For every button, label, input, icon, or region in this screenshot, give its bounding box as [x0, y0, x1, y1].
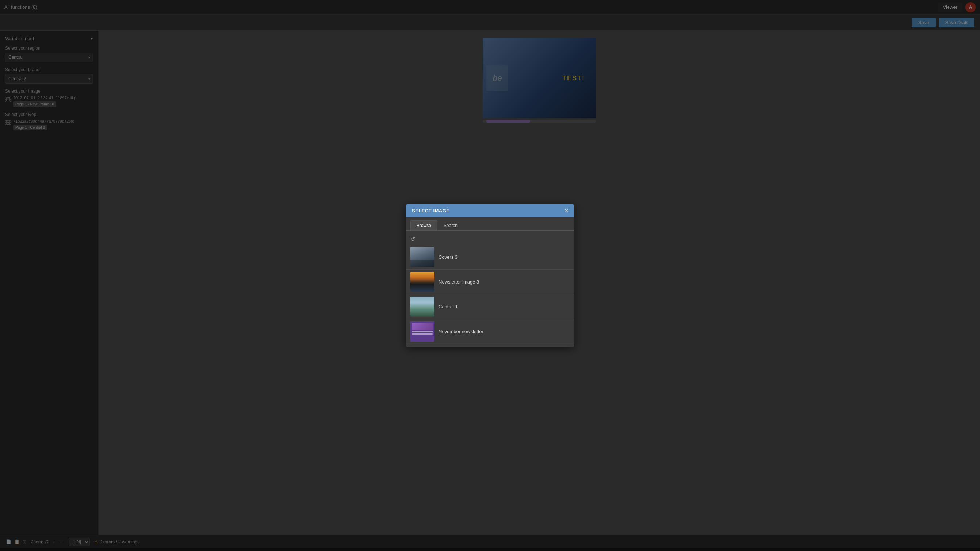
list-item[interactable]: Central 1	[406, 294, 574, 319]
list-item[interactable]: November newsletter	[406, 319, 574, 344]
thumb-november-line-2	[412, 333, 433, 335]
image-thumb-central1	[410, 297, 434, 317]
list-item[interactable]: Covers 3	[406, 245, 574, 270]
image-label-november: November newsletter	[439, 329, 484, 334]
select-image-modal: SELECT IMAGE × Browse Search ↺ Covers 3 …	[406, 204, 574, 347]
modal-close-button[interactable]: ×	[565, 208, 568, 214]
modal-title: SELECT IMAGE	[412, 208, 450, 213]
image-thumb-newsletter3	[410, 272, 434, 292]
thumb-november-img	[412, 323, 433, 330]
modal-body: ↺ Covers 3 Newsletter image 3 Central 1	[406, 230, 574, 347]
image-thumb-covers3	[410, 247, 434, 267]
tab-search[interactable]: Search	[438, 221, 464, 230]
image-label-covers3: Covers 3	[439, 254, 458, 260]
modal-overlay: SELECT IMAGE × Browse Search ↺ Covers 3 …	[0, 0, 980, 551]
refresh-button[interactable]: ↺	[410, 236, 415, 243]
thumb-november-line	[412, 331, 433, 332]
tab-browse[interactable]: Browse	[410, 221, 438, 230]
modal-refresh-row: ↺	[406, 233, 574, 245]
modal-header: SELECT IMAGE ×	[406, 204, 574, 218]
modal-tabs: Browse Search	[406, 218, 574, 230]
list-item[interactable]: Newsletter image 3	[406, 270, 574, 294]
image-label-central1: Central 1	[439, 304, 458, 310]
image-thumb-november	[410, 321, 434, 341]
image-label-newsletter3: Newsletter image 3	[439, 279, 479, 284]
